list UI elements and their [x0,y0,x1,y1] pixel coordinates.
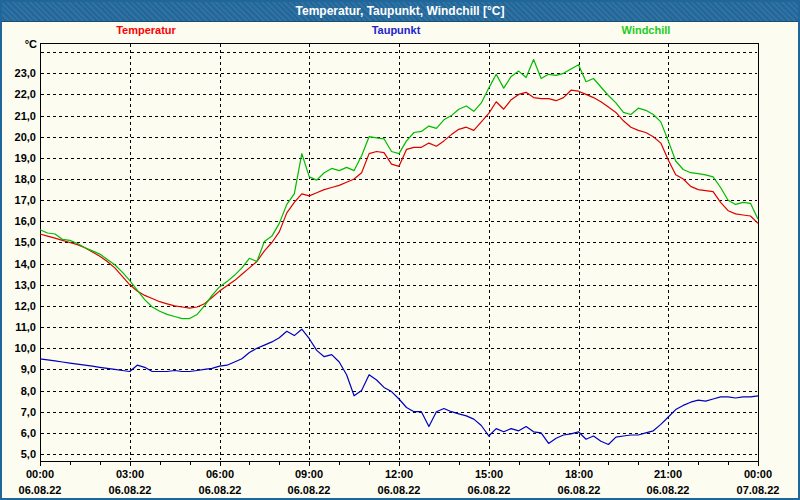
y-tick-label: 21,0 [15,110,36,122]
y-tick-label: 9,0 [21,363,36,375]
legend-item-taupunkt: Taupunkt [331,23,461,37]
y-tick-label: 17,0 [15,194,36,206]
x-tick-date-label: 06.08.22 [468,484,511,496]
x-tick-time-label: 03:00 [116,468,144,480]
y-tick-label: 16,0 [15,215,36,227]
x-tick-date-label: 06.08.22 [378,484,421,496]
x-tick-time-label: 12:00 [385,468,413,480]
y-tick-label: 5,0 [21,448,36,460]
x-tick-date-label: 06.08.22 [558,484,601,496]
legend-item-temperatur: Temperatur [81,23,211,37]
chart-canvas: 23,022,021,020,019,018,017,016,015,014,0… [0,0,800,500]
legend-item-windchill: Windchill [581,23,711,37]
y-tick-label: 18,0 [15,173,36,185]
y-axis-unit-label: °C [0,38,37,51]
y-tick-label: 14,0 [15,258,36,270]
y-tick-label: 13,0 [15,279,36,291]
x-tick-time-label: 18:00 [565,468,593,480]
x-tick-time-label: 06:00 [206,468,234,480]
x-tick-time-label: 00:00 [26,468,54,480]
chart-legend: Temperatur Taupunkt Windchill [0,23,800,37]
y-tick-label: 8,0 [21,385,36,397]
x-tick-time-label: 21:00 [654,468,682,480]
x-tick-time-label: 00:00 [744,468,772,480]
y-tick-label: 6,0 [21,427,36,439]
x-tick-date-label: 06.08.22 [199,484,242,496]
y-tick-label: 12,0 [15,300,36,312]
x-tick-time-label: 15:00 [475,468,503,480]
x-tick-date-label: 06.08.22 [288,484,331,496]
x-tick-date-label: 07.08.22 [737,484,780,496]
y-tick-label: 19,0 [15,152,36,164]
y-tick-label: 7,0 [21,406,36,418]
weather-chart-window: Temperatur, Taupunkt, Windchill [°C] Tem… [0,0,800,500]
y-tick-label: 23,0 [15,67,36,79]
x-tick-date-label: 06.08.22 [647,484,690,496]
x-tick-date-label: 06.08.22 [109,484,152,496]
x-tick-time-label: 09:00 [295,468,323,480]
window-title: Temperatur, Taupunkt, Windchill [°C] [2,2,798,22]
y-tick-label: 11,0 [15,321,36,333]
y-tick-label: 10,0 [15,342,36,354]
x-tick-date-label: 06.08.22 [19,484,62,496]
y-tick-label: 22,0 [15,88,36,100]
y-tick-label: 15,0 [15,236,36,248]
y-tick-label: 20,0 [15,131,36,143]
